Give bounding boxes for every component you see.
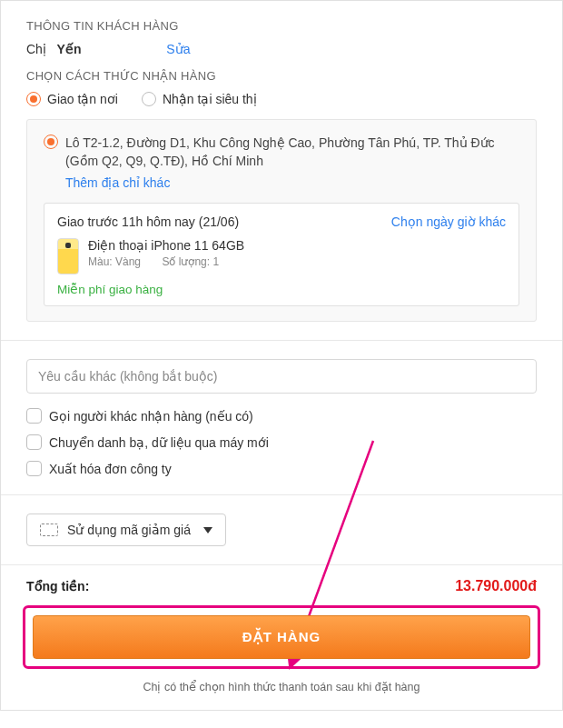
radio-dot-icon — [142, 92, 156, 106]
summary-section: Tổng tiền: 13.790.000đ ĐẶT HÀNG Chị có t… — [1, 565, 562, 710]
extras-section: Gọi người khác nhận hàng (nếu có) Chuyển… — [1, 341, 562, 495]
coupon-button[interactable]: Sử dụng mã giảm giá — [26, 514, 226, 546]
product-line: Điện thoại iPhone 11 64GB Màu: Vàng Số l… — [57, 238, 506, 274]
address-subcard: Lô T2-1.2, Đường D1, Khu Công Nghệ Cao, … — [26, 119, 537, 322]
product-info: Điện thoại iPhone 11 64GB Màu: Vàng Số l… — [88, 238, 244, 268]
choose-other-time-link[interactable]: Chọn ngày giờ khác — [391, 214, 506, 229]
check-other-receiver[interactable]: Gọi người khác nhận hàng (nếu có) — [26, 408, 537, 424]
checks-list: Gọi người khác nhận hàng (nếu có) Chuyển… — [26, 408, 537, 476]
radio-home-label: Giao tận nơi — [47, 92, 118, 106]
radio-store-label: Nhận tại siêu thị — [163, 92, 257, 106]
check-transfer-data-label: Chuyển danh bạ, dữ liệu qua máy mới — [49, 435, 269, 450]
radio-store-pickup[interactable]: Nhận tại siêu thị — [142, 92, 257, 106]
checkbox-icon — [26, 434, 42, 450]
checkbox-icon — [26, 461, 42, 476]
product-qty: Số lượng: 1 — [162, 255, 219, 268]
customer-name-line: Chị Yến Sửa — [26, 42, 537, 56]
product-thumb-icon — [57, 238, 79, 274]
address-text: Lô T2-1.2, Đường D1, Khu Công Nghệ Cao, … — [65, 135, 519, 170]
place-order-button[interactable]: ĐẶT HÀNG — [33, 615, 530, 659]
product-name: Điện thoại iPhone 11 64GB — [88, 238, 244, 253]
customer-section: THÔNG TIN KHÁCH HÀNG Chị Yến Sửa CHỌN CÁ… — [1, 1, 562, 341]
free-ship-text: Miễn phí giao hàng — [57, 282, 506, 296]
product-meta: Màu: Vàng Số lượng: 1 — [88, 255, 244, 268]
product-color: Màu: Vàng — [88, 255, 141, 268]
total-label: Tổng tiền: — [26, 579, 89, 593]
delivery-section-title: CHỌN CÁCH THỨC NHẬN HÀNG — [26, 69, 537, 83]
radio-home-delivery[interactable]: Giao tận nơi — [26, 92, 118, 106]
cta-highlight-box: ĐẶT HÀNG — [23, 605, 540, 669]
delivery-method-radios: Giao tận nơi Nhận tại siêu thị — [26, 92, 537, 106]
coupon-section: Sử dụng mã giảm giá — [1, 495, 562, 565]
radio-dot-icon — [26, 92, 41, 106]
total-value: 13.790.000đ — [455, 578, 537, 594]
coupon-label: Sử dụng mã giảm giá — [67, 523, 191, 537]
customer-name: Yến — [57, 42, 82, 56]
customer-prefix: Chị — [26, 42, 46, 56]
total-row: Tổng tiền: 13.790.000đ — [1, 565, 562, 600]
checkbox-icon — [26, 408, 42, 424]
ticket-icon — [40, 524, 58, 536]
edit-customer-link[interactable]: Sửa — [166, 42, 190, 56]
address-row: Lô T2-1.2, Đường D1, Khu Công Nghệ Cao, … — [44, 135, 519, 190]
add-address-link[interactable]: Thêm địa chỉ khác — [65, 175, 170, 190]
shipping-head: Giao trước 11h hôm nay (21/06) Chọn ngày… — [57, 214, 506, 229]
ship-when-text: Giao trước 11h hôm nay (21/06) — [57, 214, 239, 229]
radio-dot-icon — [44, 135, 58, 149]
check-transfer-data[interactable]: Chuyển danh bạ, dữ liệu qua máy mới — [26, 434, 537, 450]
chevron-down-icon — [203, 527, 212, 534]
check-other-receiver-label: Gọi người khác nhận hàng (nếu có) — [49, 409, 253, 424]
checkout-panel: THÔNG TIN KHÁCH HÀNG Chị Yến Sửa CHỌN CÁ… — [0, 0, 563, 711]
customer-section-title: THÔNG TIN KHÁCH HÀNG — [26, 19, 537, 33]
radio-address[interactable] — [44, 135, 58, 149]
address-block: Lô T2-1.2, Đường D1, Khu Công Nghệ Cao, … — [65, 135, 519, 190]
disclaimer-text: Chị có thể chọn hình thức thanh toán sau… — [1, 680, 562, 710]
note-input[interactable] — [26, 359, 537, 394]
check-invoice[interactable]: Xuất hóa đơn công ty — [26, 461, 537, 476]
shipping-box: Giao trước 11h hôm nay (21/06) Chọn ngày… — [44, 203, 519, 306]
check-invoice-label: Xuất hóa đơn công ty — [49, 462, 172, 476]
